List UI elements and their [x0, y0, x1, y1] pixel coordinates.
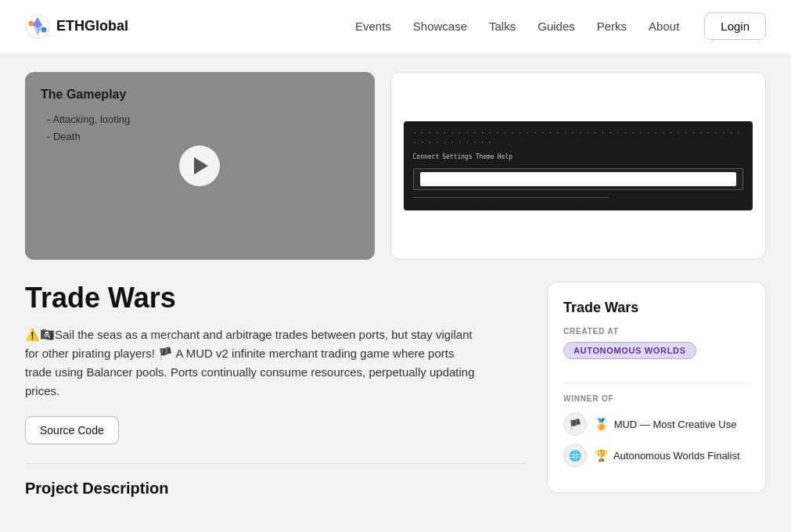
slide-item-2: - Death	[47, 128, 359, 146]
project-title: Trade Wars	[25, 282, 525, 315]
main-nav: Events Showcase Talks Guides Perks About	[355, 20, 679, 33]
created-at-label: CREATED AT	[563, 327, 750, 336]
award-text-2: 🏆 Autonomous Worlds Finalist	[595, 449, 740, 462]
source-code-button[interactable]: Source Code	[25, 416, 119, 444]
award-icon-1: 🏴	[563, 412, 587, 436]
nav-showcase[interactable]: Showcase	[413, 20, 467, 33]
project-section: Trade Wars ⚠️🏴‍☠️Sail the seas as a merc…	[25, 282, 766, 498]
logo-text: ETHGlobal	[56, 18, 128, 34]
nav-events[interactable]: Events	[355, 20, 391, 33]
winner-of-label: WINNER OF	[563, 394, 750, 403]
logo[interactable]: ETHGlobal	[25, 14, 128, 39]
project-left: Trade Wars ⚠️🏴‍☠️Sail the seas as a merc…	[25, 282, 525, 498]
project-desc-heading: Project Description	[25, 480, 525, 498]
slide-item-1: - Attacking, looting	[47, 111, 359, 128]
nav-perks[interactable]: Perks	[597, 20, 627, 33]
nav-guides[interactable]: Guides	[538, 20, 575, 33]
terminal-nav-row: Connect Settings Theme Help	[413, 153, 744, 162]
screenshot-card: · · · · · · · · · · · · · · · · · · · · …	[390, 72, 767, 260]
slide-list: - Attacking, looting - Death	[41, 111, 359, 146]
award-emoji-1: 🏅	[595, 418, 608, 430]
terminal-input	[420, 172, 737, 186]
play-icon	[194, 157, 208, 174]
terminal-top-bar: · · · · · · · · · · · · · · · · · · · · …	[413, 129, 744, 148]
header: ETHGlobal Events Showcase Talks Guides P…	[0, 0, 791, 53]
award-item-1: 🏴 🏅 MUD — Most Creative Use	[563, 412, 750, 436]
main-content: The Gameplay - Attacking, looting - Deat…	[0, 53, 791, 532]
nav-about[interactable]: About	[649, 20, 679, 33]
terminal-screenshot: · · · · · · · · · · · · · · · · · · · · …	[404, 121, 753, 210]
svg-point-5	[41, 27, 47, 32]
award-text-1: 🏅 MUD — Most Creative Use	[595, 418, 736, 430]
eth-global-logo-icon	[25, 14, 50, 39]
award-emoji-2: 🏆	[595, 449, 608, 462]
project-description: ⚠️🏴‍☠️Sail the seas as a merchant and ar…	[25, 325, 479, 401]
award-icon-2: 🌐	[563, 444, 587, 467]
nav-talks[interactable]: Talks	[489, 20, 516, 33]
play-button[interactable]	[179, 146, 220, 186]
media-section: The Gameplay - Attacking, looting - Deat…	[25, 72, 766, 260]
svg-point-4	[29, 20, 34, 26]
event-badge[interactable]: AUTONOMOUS WORLDS	[563, 342, 696, 359]
video-card: The Gameplay - Attacking, looting - Deat…	[25, 72, 375, 260]
slide-title: The Gameplay	[41, 88, 359, 102]
info-card-title: Trade Wars	[563, 300, 750, 316]
divider	[563, 383, 750, 383]
award-item-2: 🌐 🏆 Autonomous Worlds Finalist	[563, 444, 750, 467]
login-button[interactable]: Login	[704, 13, 766, 40]
project-desc-section: Project Description	[25, 463, 525, 498]
terminal-input-row	[413, 168, 744, 190]
terminal-status: ────────────────────────────────────────…	[413, 193, 744, 203]
info-card: Trade Wars CREATED AT AUTONOMOUS WORLDS …	[547, 282, 766, 493]
